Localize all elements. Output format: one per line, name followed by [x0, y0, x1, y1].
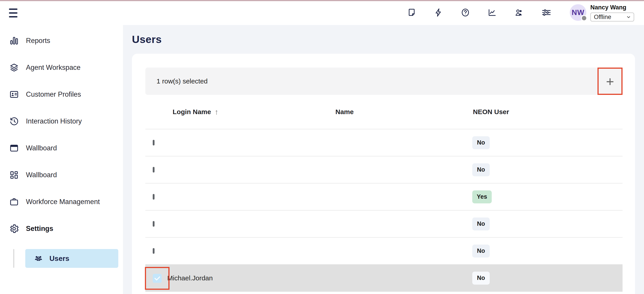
add-user-button[interactable]: +: [598, 69, 622, 94]
row-checkbox[interactable]: [153, 167, 154, 172]
sidebar-item-label: Wallboard: [26, 171, 57, 179]
sidebar-item-interaction-history[interactable]: Interaction History: [0, 108, 123, 135]
row-checkbox[interactable]: [153, 194, 154, 200]
neon-user-badge: No: [472, 217, 490, 230]
avatar[interactable]: NW: [570, 4, 586, 21]
sidebar-item-label: Interaction History: [26, 117, 82, 125]
users-card: 1 row(s) selected + Login Name ↑ Name NE…: [132, 54, 635, 294]
id-card-icon: [9, 89, 19, 100]
dashboard-icon: [9, 170, 19, 180]
sidebar-item-label: Agent Workspace: [26, 64, 80, 72]
status-dot: [581, 15, 587, 21]
sidebar-item-reports[interactable]: Reports: [0, 27, 123, 54]
history-icon: [9, 116, 19, 126]
row-checkbox[interactable]: [153, 221, 154, 227]
header-icon-group: [407, 0, 550, 25]
sidebar-item-customer-profiles[interactable]: Customer Profiles: [0, 81, 123, 108]
table-body: No No Yes No: [145, 129, 622, 292]
chevron-down-icon: [626, 15, 631, 20]
row-checkbox[interactable]: [153, 248, 154, 254]
column-header-neon-user[interactable]: NEON User: [472, 108, 622, 116]
table-row[interactable]: No: [145, 238, 622, 265]
submenu-guide-line: [13, 249, 14, 268]
main-content: Users 1 row(s) selected + Login Name ↑ N…: [123, 25, 644, 294]
page-title: Users: [132, 33, 162, 46]
flash-icon[interactable]: [434, 8, 443, 17]
annotation-box-add-button: +: [598, 68, 622, 95]
sidebar-item-label: Customer Profiles: [26, 90, 81, 98]
user-block: Nancy Wang Offline: [590, 4, 635, 22]
gear-icon: [9, 223, 19, 234]
neon-user-badge: No: [472, 272, 490, 284]
hamburger-menu-icon[interactable]: [9, 9, 18, 19]
sidebar-item-label: Reports: [26, 37, 50, 45]
login-name-text: Michael.Jordan: [167, 274, 213, 282]
briefcase-icon: [9, 197, 19, 207]
neon-user-badge: Yes: [472, 190, 492, 203]
bar-chart-icon: [9, 36, 19, 46]
top-header-bar: NW Nancy Wang Offline: [0, 0, 644, 25]
status-value: Offline: [594, 14, 611, 21]
user-name: Nancy Wang: [590, 4, 635, 11]
sidebar-item-wallboard-1[interactable]: Wallboard: [0, 135, 123, 162]
table-row[interactable]: No: [145, 210, 622, 238]
table-header-row: Login Name ↑ Name NEON User: [145, 95, 622, 129]
sidebar-item-agent-workspace[interactable]: Agent Workspace: [0, 54, 123, 81]
sidebar-item-workforce-management[interactable]: Workforce Management: [0, 188, 123, 215]
notes-icon[interactable]: [407, 8, 416, 17]
table-row[interactable]: Yes: [145, 183, 622, 210]
table-row-selected[interactable]: Michael.Jordan No: [145, 265, 622, 292]
window-icon: [9, 143, 19, 153]
table-row[interactable]: No: [145, 129, 622, 156]
sidebar-item-settings[interactable]: Settings: [0, 215, 123, 242]
top-accent-line: [0, 0, 644, 1]
rows-selected-text: 1 row(s) selected: [156, 68, 208, 95]
help-icon[interactable]: [461, 8, 470, 17]
sidebar-item-wallboard-2[interactable]: Wallboard: [0, 162, 123, 188]
sort-ascending-icon: ↑: [215, 108, 218, 116]
status-dropdown[interactable]: Offline: [590, 13, 634, 22]
sidebar-item-label: Users: [50, 254, 69, 263]
row-checkbox-checked[interactable]: [153, 274, 162, 283]
layers-icon: [9, 62, 19, 73]
sidebar: Reports Agent Workspace Customer Profile…: [0, 25, 123, 294]
sidebar-item-users[interactable]: Users: [25, 249, 118, 268]
table-toolbar: 1 row(s) selected +: [145, 68, 622, 95]
contacts-icon[interactable]: [514, 8, 524, 17]
sidebar-item-label: Settings: [26, 225, 53, 233]
table-row[interactable]: No: [145, 156, 622, 183]
annotation-box-selected-checkbox: [145, 267, 170, 290]
column-header-name[interactable]: Name: [333, 108, 472, 116]
settings-submenu: Users: [0, 249, 123, 268]
sidebar-item-label: Wallboard: [26, 144, 57, 152]
sidebar-item-label: Workforce Management: [26, 198, 100, 206]
neon-user-badge: No: [472, 136, 490, 149]
neon-user-badge: No: [472, 244, 490, 257]
add-icon: +: [606, 73, 614, 89]
column-header-login-name[interactable]: Login Name ↑: [167, 108, 333, 116]
preferences-icon[interactable]: [541, 8, 550, 17]
users-icon: [34, 253, 44, 263]
neon-user-badge: No: [472, 163, 490, 176]
analytics-icon[interactable]: [488, 8, 497, 17]
row-checkbox[interactable]: [153, 140, 154, 145]
